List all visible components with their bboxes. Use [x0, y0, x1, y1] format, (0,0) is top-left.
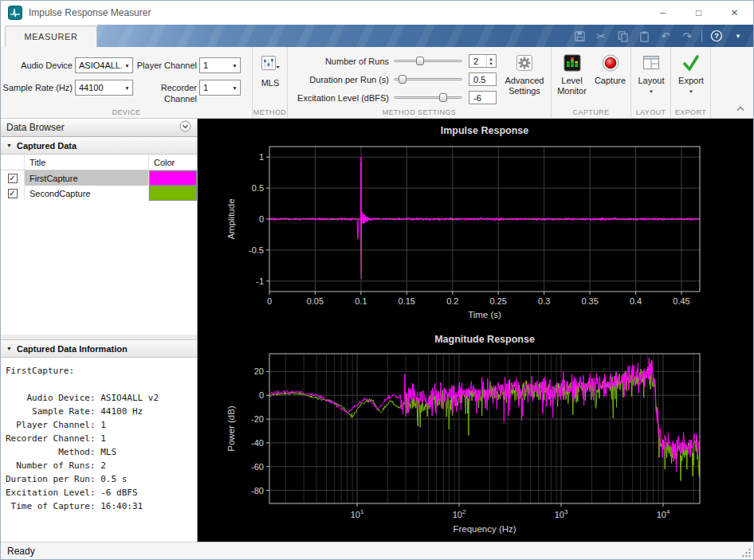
magnitude-response-chart: 101102103104200-20-40-60-80Magnitude Res… — [198, 331, 754, 543]
row-checkbox[interactable]: ✓ — [8, 174, 18, 183]
ribbon-tab-row: MEASURER ✂ ↶ ↷ ? ▾ — [1, 25, 753, 47]
paste-button[interactable] — [637, 26, 651, 45]
layout-section-label: LAYOUT — [631, 108, 670, 116]
recorder-channel-label: Recorder Channel — [128, 82, 197, 104]
paste-icon — [638, 30, 650, 42]
help-button[interactable]: ? — [709, 26, 724, 45]
svg-text:-0.5: -0.5 — [249, 245, 264, 255]
table-header-row: Title Color — [1, 155, 197, 170]
section-method-settings: Number of Runs 2 ▲▼ Duration per Run (s)… — [288, 47, 552, 118]
toolbar-options-button[interactable]: ▾ — [731, 26, 745, 45]
captured-data-info-header[interactable]: ▼ Captured Data Information — [1, 340, 197, 358]
undo-icon: ↶ — [662, 31, 670, 41]
slider-thumb[interactable] — [439, 93, 447, 102]
tab-measurer[interactable]: MEASURER — [5, 25, 97, 47]
data-browser-panel: Data Browser ▼ Captured Data Title Color… — [1, 119, 198, 542]
save-button[interactable] — [572, 26, 587, 45]
slider-thumb[interactable] — [399, 75, 406, 84]
svg-text:-40: -40 — [251, 438, 264, 448]
capture-title[interactable]: SecondCapture — [25, 186, 149, 201]
number-of-runs-label: Number of Runs — [288, 56, 389, 67]
audio-device-select[interactable]: ASIO4ALL... ▼ — [75, 57, 133, 73]
impulse-response-plot: 00.050.10.150.20.250.30.350.40.45-1-0.50… — [198, 119, 754, 331]
plots-panel: 00.050.10.150.20.250.30.350.40.45-1-0.50… — [198, 119, 754, 542]
spinner-down-icon[interactable]: ▼ — [489, 61, 493, 66]
audio-device-label: Audio Device — [2, 60, 73, 71]
svg-text:-80: -80 — [251, 486, 264, 495]
collapse-triangle-icon: ▼ — [6, 346, 12, 351]
cut-icon: ✂ — [597, 31, 606, 41]
color-swatch[interactable] — [149, 170, 197, 186]
svg-text:101: 101 — [351, 508, 364, 519]
spinner[interactable]: ▲▼ — [486, 55, 495, 67]
capture-info-text: FirstCapture: Audio Device: ASIO4ALL v2 … — [1, 358, 197, 513]
chart-title: Impulse Response — [441, 125, 528, 136]
status-text: Ready — [7, 546, 35, 557]
undo-button[interactable]: ↶ — [658, 26, 673, 45]
svg-text:0.45: 0.45 — [673, 296, 689, 306]
level-monitor-button[interactable]: Level Monitor — [554, 53, 590, 96]
captured-data-table: Title Color ✓ FirstCapture ✓ SecondCaptu… — [1, 155, 197, 335]
checkbox-column-header — [1, 155, 25, 170]
color-column-header: Color — [149, 155, 197, 170]
sample-rate-select[interactable]: 44100 ▼ — [75, 80, 133, 96]
number-of-runs-input[interactable]: 2 ▲▼ — [469, 54, 497, 68]
svg-text:-1: -1 — [256, 276, 264, 286]
copy-button[interactable] — [615, 26, 630, 45]
resize-grip[interactable] — [741, 547, 752, 558]
export-button[interactable]: Export ▼ — [673, 54, 709, 97]
sample-rate-label: Sample Rate (Hz) — [2, 82, 73, 93]
number-of-runs-slider[interactable] — [394, 54, 462, 69]
minimize-button[interactable]: – — [645, 1, 681, 25]
redo-icon: ↷ — [683, 31, 692, 41]
capture-button[interactable]: Capture — [592, 53, 628, 86]
svg-text:0.2: 0.2 — [446, 296, 458, 306]
help-icon: ? — [710, 29, 723, 42]
toolstrip-collapse-button[interactable] — [734, 104, 747, 113]
app-window: Impulse Response Measurer – □ ✕ MEASURER… — [0, 0, 754, 560]
x-axis-label: Time (s) — [468, 310, 501, 319]
section-device: Audio Device ASIO4ALL... ▼ Player Channe… — [1, 47, 253, 118]
excitation-level-label: Excitation Level (dBFS) — [288, 92, 389, 104]
svg-text:0.5: 0.5 — [252, 183, 264, 193]
color-swatch[interactable] — [149, 186, 197, 201]
excitation-level-input[interactable]: -6 — [469, 91, 497, 104]
slider-thumb[interactable] — [416, 57, 424, 65]
window-title: Impulse Response Measurer — [29, 7, 151, 18]
svg-text:?: ? — [714, 32, 719, 40]
table-row[interactable]: ✓ SecondCapture — [1, 186, 197, 201]
duration-per-run-input[interactable]: 0.5 — [469, 72, 497, 86]
capture-section-label: CAPTURE — [552, 108, 630, 116]
chevron-down-icon: ▼ — [689, 87, 693, 97]
maximize-button[interactable]: □ — [681, 1, 717, 25]
row-checkbox[interactable]: ✓ — [8, 189, 18, 198]
circled-chevron-icon — [179, 120, 191, 132]
section-export: Export ▼ EXPORT — [671, 47, 711, 118]
advanced-settings-button[interactable]: Advanced Settings — [500, 53, 549, 96]
export-check-icon — [681, 54, 701, 72]
cut-button[interactable]: ✂ — [594, 26, 608, 45]
table-row[interactable]: ✓ FirstCapture — [1, 170, 197, 186]
chevron-down-icon: ▼ — [649, 87, 654, 97]
panel-menu-button[interactable] — [179, 120, 191, 135]
window-controls: – □ ✕ — [645, 1, 752, 25]
redo-button[interactable]: ↷ — [680, 26, 694, 45]
chart-title: Magnitude Response — [434, 334, 535, 345]
svg-text:104: 104 — [657, 508, 670, 519]
mls-method-button[interactable]: MLS — [254, 54, 286, 88]
capture-title[interactable]: FirstCapture — [25, 170, 149, 186]
recorder-channel-select[interactable]: 1 ▼ — [199, 80, 241, 96]
data-browser-header: Data Browser — [1, 119, 197, 137]
player-channel-select[interactable]: 1 ▼ — [199, 57, 241, 73]
excitation-level-slider[interactable] — [394, 91, 462, 105]
svg-text:0.35: 0.35 — [581, 296, 598, 306]
layout-button[interactable]: Layout ▼ — [633, 54, 670, 97]
close-button[interactable]: ✕ — [717, 1, 752, 25]
captured-data-header[interactable]: ▼ Captured Data — [1, 137, 197, 155]
mls-icon — [260, 54, 281, 73]
y-axis-label: Amplitude — [226, 198, 236, 239]
player-channel-label: Player Channel — [128, 60, 197, 71]
duration-per-run-slider[interactable] — [394, 72, 462, 87]
panel-splitter[interactable] — [1, 335, 197, 340]
svg-text:-60: -60 — [251, 462, 264, 472]
